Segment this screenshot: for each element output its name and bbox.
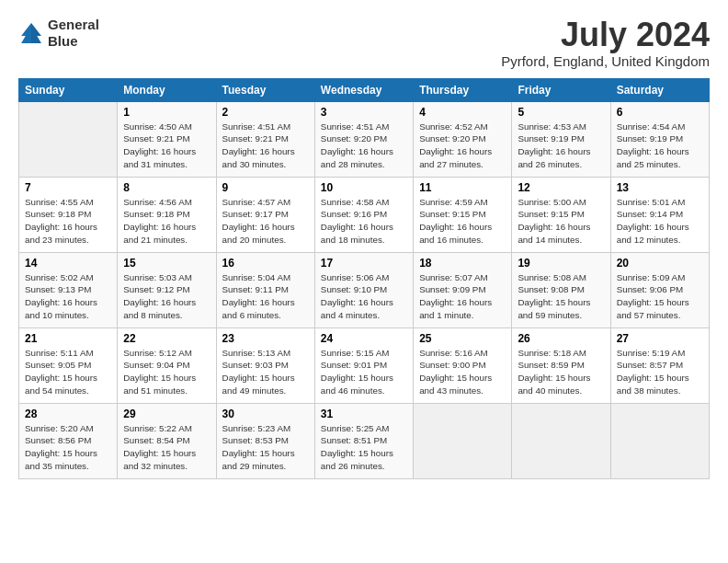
calendar-cell: 1Sunrise: 4:50 AM Sunset: 9:21 PM Daylig… bbox=[118, 101, 216, 177]
day-info: Sunrise: 4:55 AM Sunset: 9:18 PM Dayligh… bbox=[25, 196, 111, 247]
calendar-cell: 10Sunrise: 4:58 AM Sunset: 9:16 PM Dayli… bbox=[314, 177, 413, 252]
calendar-cell: 2Sunrise: 4:51 AM Sunset: 9:21 PM Daylig… bbox=[216, 101, 314, 177]
day-info: Sunrise: 5:25 AM Sunset: 8:51 PM Dayligh… bbox=[321, 422, 407, 473]
day-number: 29 bbox=[123, 408, 210, 420]
calendar-cell: 13Sunrise: 5:01 AM Sunset: 9:14 PM Dayli… bbox=[610, 177, 709, 252]
week-row-1: 1Sunrise: 4:50 AM Sunset: 9:21 PM Daylig… bbox=[19, 101, 710, 177]
logo-line1: General bbox=[48, 17, 99, 33]
calendar-cell: 23Sunrise: 5:13 AM Sunset: 9:03 PM Dayli… bbox=[216, 327, 314, 403]
calendar-cell: 24Sunrise: 5:15 AM Sunset: 9:01 PM Dayli… bbox=[314, 327, 413, 403]
day-info: Sunrise: 5:23 AM Sunset: 8:53 PM Dayligh… bbox=[222, 422, 309, 473]
day-info: Sunrise: 5:12 AM Sunset: 9:04 PM Dayligh… bbox=[123, 347, 210, 397]
day-number: 12 bbox=[518, 181, 604, 194]
day-header-wednesday: Wednesday bbox=[314, 78, 413, 101]
title-section: July 2024 Pyrford, England, United Kingd… bbox=[501, 17, 710, 69]
day-info: Sunrise: 5:08 AM Sunset: 9:08 PM Dayligh… bbox=[518, 271, 604, 322]
day-header-tuesday: Tuesday bbox=[216, 78, 314, 101]
day-number: 9 bbox=[222, 181, 309, 194]
week-row-4: 21Sunrise: 5:11 AM Sunset: 9:05 PM Dayli… bbox=[19, 327, 710, 403]
day-info: Sunrise: 5:16 AM Sunset: 9:00 PM Dayligh… bbox=[419, 347, 506, 397]
day-number: 15 bbox=[123, 257, 210, 270]
calendar-table: SundayMondayTuesdayWednesdayThursdayFrid… bbox=[18, 78, 710, 479]
calendar-cell bbox=[512, 403, 610, 478]
day-number: 25 bbox=[419, 332, 506, 345]
day-info: Sunrise: 5:19 AM Sunset: 8:57 PM Dayligh… bbox=[617, 347, 703, 397]
calendar-cell: 8Sunrise: 4:56 AM Sunset: 9:18 PM Daylig… bbox=[118, 177, 216, 252]
day-number: 4 bbox=[419, 106, 506, 119]
day-number: 1 bbox=[123, 106, 210, 119]
day-info: Sunrise: 4:50 AM Sunset: 9:21 PM Dayligh… bbox=[123, 121, 210, 171]
day-info: Sunrise: 5:11 AM Sunset: 9:05 PM Dayligh… bbox=[25, 347, 111, 397]
calendar-cell: 3Sunrise: 4:51 AM Sunset: 9:20 PM Daylig… bbox=[314, 101, 413, 177]
day-number: 26 bbox=[518, 332, 604, 345]
calendar-cell: 28Sunrise: 5:20 AM Sunset: 8:56 PM Dayli… bbox=[19, 403, 118, 478]
calendar-cell bbox=[610, 403, 709, 478]
day-number: 2 bbox=[222, 106, 309, 119]
day-info: Sunrise: 4:51 AM Sunset: 9:21 PM Dayligh… bbox=[222, 121, 309, 171]
day-info: Sunrise: 4:57 AM Sunset: 9:17 PM Dayligh… bbox=[222, 196, 309, 247]
day-info: Sunrise: 4:54 AM Sunset: 9:19 PM Dayligh… bbox=[617, 121, 703, 171]
day-info: Sunrise: 5:09 AM Sunset: 9:06 PM Dayligh… bbox=[617, 271, 703, 322]
calendar-cell: 19Sunrise: 5:08 AM Sunset: 9:08 PM Dayli… bbox=[512, 252, 610, 327]
week-row-3: 14Sunrise: 5:02 AM Sunset: 9:13 PM Dayli… bbox=[19, 252, 710, 327]
day-info: Sunrise: 4:59 AM Sunset: 9:15 PM Dayligh… bbox=[419, 196, 506, 247]
logo-icon bbox=[18, 20, 44, 46]
day-info: Sunrise: 5:06 AM Sunset: 9:10 PM Dayligh… bbox=[321, 271, 407, 322]
logo-line2: Blue bbox=[48, 33, 99, 50]
day-number: 7 bbox=[25, 181, 111, 194]
day-header-thursday: Thursday bbox=[414, 78, 512, 101]
logo-text: General Blue bbox=[48, 17, 99, 50]
day-number: 22 bbox=[123, 332, 210, 345]
day-header-friday: Friday bbox=[512, 78, 610, 101]
calendar-cell: 26Sunrise: 5:18 AM Sunset: 8:59 PM Dayli… bbox=[512, 327, 610, 403]
header: General Blue July 2024 Pyrford, England,… bbox=[18, 17, 710, 69]
day-header-saturday: Saturday bbox=[610, 78, 709, 101]
day-number: 11 bbox=[419, 181, 506, 194]
day-number: 13 bbox=[617, 181, 703, 194]
calendar-cell bbox=[19, 101, 118, 177]
calendar-cell: 29Sunrise: 5:22 AM Sunset: 8:54 PM Dayli… bbox=[118, 403, 216, 478]
day-info: Sunrise: 5:04 AM Sunset: 9:11 PM Dayligh… bbox=[222, 271, 309, 322]
calendar-cell: 15Sunrise: 5:03 AM Sunset: 9:12 PM Dayli… bbox=[118, 252, 216, 327]
day-number: 23 bbox=[222, 332, 309, 345]
header-row: SundayMondayTuesdayWednesdayThursdayFrid… bbox=[19, 78, 710, 101]
day-number: 14 bbox=[25, 257, 111, 270]
day-info: Sunrise: 5:20 AM Sunset: 8:56 PM Dayligh… bbox=[25, 422, 111, 473]
calendar-cell: 17Sunrise: 5:06 AM Sunset: 9:10 PM Dayli… bbox=[314, 252, 413, 327]
calendar-cell: 7Sunrise: 4:55 AM Sunset: 9:18 PM Daylig… bbox=[19, 177, 118, 252]
calendar-cell: 16Sunrise: 5:04 AM Sunset: 9:11 PM Dayli… bbox=[216, 252, 314, 327]
calendar-cell: 31Sunrise: 5:25 AM Sunset: 8:51 PM Dayli… bbox=[314, 403, 413, 478]
calendar-cell: 18Sunrise: 5:07 AM Sunset: 9:09 PM Dayli… bbox=[414, 252, 512, 327]
day-info: Sunrise: 4:51 AM Sunset: 9:20 PM Dayligh… bbox=[321, 121, 407, 171]
day-info: Sunrise: 5:15 AM Sunset: 9:01 PM Dayligh… bbox=[321, 347, 407, 397]
day-number: 16 bbox=[222, 257, 309, 270]
calendar-cell: 12Sunrise: 5:00 AM Sunset: 9:15 PM Dayli… bbox=[512, 177, 610, 252]
day-info: Sunrise: 5:18 AM Sunset: 8:59 PM Dayligh… bbox=[518, 347, 604, 397]
day-info: Sunrise: 5:01 AM Sunset: 9:14 PM Dayligh… bbox=[617, 196, 703, 247]
day-number: 17 bbox=[321, 257, 407, 270]
calendar-cell: 9Sunrise: 4:57 AM Sunset: 9:17 PM Daylig… bbox=[216, 177, 314, 252]
day-number: 20 bbox=[617, 257, 703, 270]
day-info: Sunrise: 4:56 AM Sunset: 9:18 PM Dayligh… bbox=[123, 196, 210, 247]
location: Pyrford, England, United Kingdom bbox=[501, 53, 710, 69]
day-number: 8 bbox=[123, 181, 210, 194]
day-number: 6 bbox=[617, 106, 703, 119]
calendar-cell: 21Sunrise: 5:11 AM Sunset: 9:05 PM Dayli… bbox=[19, 327, 118, 403]
day-number: 30 bbox=[222, 408, 309, 420]
calendar-cell: 4Sunrise: 4:52 AM Sunset: 9:20 PM Daylig… bbox=[414, 101, 512, 177]
calendar-cell: 22Sunrise: 5:12 AM Sunset: 9:04 PM Dayli… bbox=[118, 327, 216, 403]
calendar-cell bbox=[414, 403, 512, 478]
day-info: Sunrise: 4:52 AM Sunset: 9:20 PM Dayligh… bbox=[419, 121, 506, 171]
day-info: Sunrise: 5:22 AM Sunset: 8:54 PM Dayligh… bbox=[123, 422, 210, 473]
calendar-cell: 30Sunrise: 5:23 AM Sunset: 8:53 PM Dayli… bbox=[216, 403, 314, 478]
week-row-5: 28Sunrise: 5:20 AM Sunset: 8:56 PM Dayli… bbox=[19, 403, 710, 478]
main-container: General Blue July 2024 Pyrford, England,… bbox=[0, 0, 728, 490]
day-number: 18 bbox=[419, 257, 506, 270]
day-number: 19 bbox=[518, 257, 604, 270]
day-info: Sunrise: 5:03 AM Sunset: 9:12 PM Dayligh… bbox=[123, 271, 210, 322]
day-info: Sunrise: 4:53 AM Sunset: 9:19 PM Dayligh… bbox=[518, 121, 604, 171]
calendar-cell: 27Sunrise: 5:19 AM Sunset: 8:57 PM Dayli… bbox=[610, 327, 709, 403]
calendar-cell: 6Sunrise: 4:54 AM Sunset: 9:19 PM Daylig… bbox=[610, 101, 709, 177]
day-info: Sunrise: 5:00 AM Sunset: 9:15 PM Dayligh… bbox=[518, 196, 604, 247]
logo: General Blue bbox=[18, 17, 99, 50]
